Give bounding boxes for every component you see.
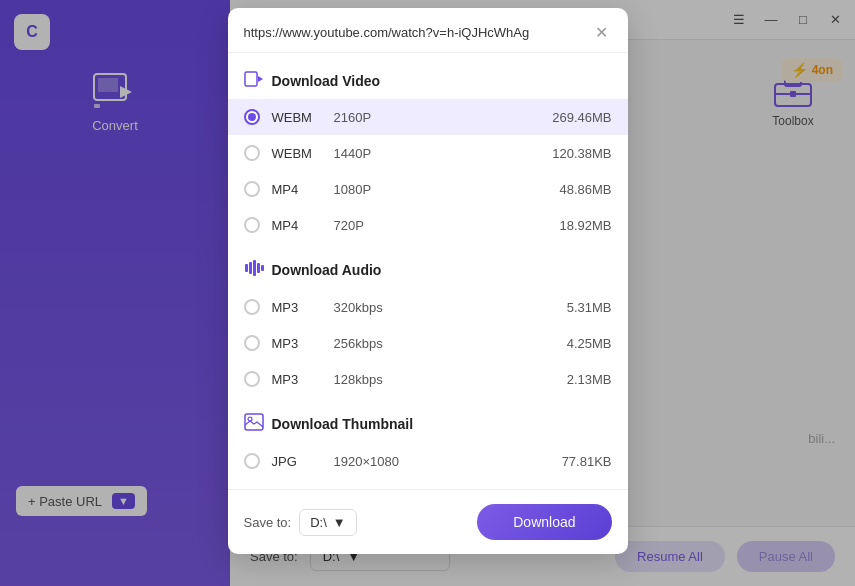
modal-body: Download Video WEBM 2160P 269.46MB WEBM … [228,53,628,489]
format-size: 269.46MB [542,110,612,125]
format-quality: 320kbps [334,300,530,315]
app-window: C Convert + Paste URL ▼ ☰ [0,0,855,586]
format-name: MP3 [272,336,322,351]
svg-rect-7 [245,72,257,86]
audio-section-header: Download Audio [228,251,628,289]
download-button[interactable]: Download [477,504,611,540]
format-size: 5.31MB [542,300,612,315]
modal-save-to: Save to: D:\ ▼ [244,509,468,536]
format-size: 77.81KB [542,454,612,469]
radio-mp3-320[interactable] [244,299,260,315]
format-name: MP3 [272,372,322,387]
radio-jpg[interactable] [244,453,260,469]
format-quality: 2160P [334,110,530,125]
format-row-mp4-720[interactable]: MP4 720P 18.92MB [228,207,628,243]
format-quality: 1920×1080 [334,454,530,469]
video-section-icon [244,71,264,91]
modal-overlay: https://www.youtube.com/watch?v=h-iQJHcW… [0,0,855,586]
format-size: 48.86MB [542,182,612,197]
modal-save-path-value: D:\ [310,515,327,530]
format-size: 2.13MB [542,372,612,387]
thumbnail-section-title: Download Thumbnail [272,416,414,432]
svg-rect-10 [253,260,256,276]
thumbnail-section-icon [244,413,264,435]
svg-rect-8 [245,264,248,272]
format-row-jpg[interactable]: JPG 1920×1080 77.81KB [228,443,628,479]
format-row-webm-1440[interactable]: WEBM 1440P 120.38MB [228,135,628,171]
radio-mp4-1080[interactable] [244,181,260,197]
format-quality: 1440P [334,146,530,161]
format-row-mp4-1080[interactable]: MP4 1080P 48.86MB [228,171,628,207]
modal-save-dropdown-arrow[interactable]: ▼ [333,515,346,530]
modal-save-to-label: Save to: [244,515,292,530]
format-row-mp3-256[interactable]: MP3 256kbps 4.25MB [228,325,628,361]
modal-footer: Save to: D:\ ▼ Download [228,489,628,554]
radio-webm-2160[interactable] [244,109,260,125]
modal-header: https://www.youtube.com/watch?v=h-iQJHcW… [228,8,628,53]
video-section-title: Download Video [272,73,381,89]
format-quality: 720P [334,218,530,233]
format-name: WEBM [272,146,322,161]
thumbnail-section-header: Download Thumbnail [228,405,628,443]
format-size: 120.38MB [542,146,612,161]
format-quality: 256kbps [334,336,530,351]
svg-rect-11 [257,263,260,273]
modal-save-path[interactable]: D:\ ▼ [299,509,357,536]
format-name: JPG [272,454,322,469]
svg-rect-13 [245,414,263,430]
video-section-header: Download Video [228,63,628,99]
format-row-webm-2160[interactable]: WEBM 2160P 269.46MB [228,99,628,135]
format-name: WEBM [272,110,322,125]
radio-mp3-128[interactable] [244,371,260,387]
format-name: MP3 [272,300,322,315]
download-modal: https://www.youtube.com/watch?v=h-iQJHcW… [228,8,628,554]
format-quality: 128kbps [334,372,530,387]
format-size: 4.25MB [542,336,612,351]
audio-section-title: Download Audio [272,262,382,278]
radio-webm-1440[interactable] [244,145,260,161]
format-quality: 1080P [334,182,530,197]
format-row-mp3-128[interactable]: MP3 128kbps 2.13MB [228,361,628,397]
format-row-mp3-320[interactable]: MP3 320kbps 5.31MB [228,289,628,325]
modal-url: https://www.youtube.com/watch?v=h-iQJHcW… [244,25,582,40]
svg-rect-12 [261,265,264,271]
format-name: MP4 [272,218,322,233]
radio-mp3-256[interactable] [244,335,260,351]
format-name: MP4 [272,182,322,197]
svg-rect-9 [249,262,252,274]
format-size: 18.92MB [542,218,612,233]
audio-section-icon [244,259,264,281]
radio-mp4-720[interactable] [244,217,260,233]
modal-close-button[interactable]: ✕ [592,22,612,42]
